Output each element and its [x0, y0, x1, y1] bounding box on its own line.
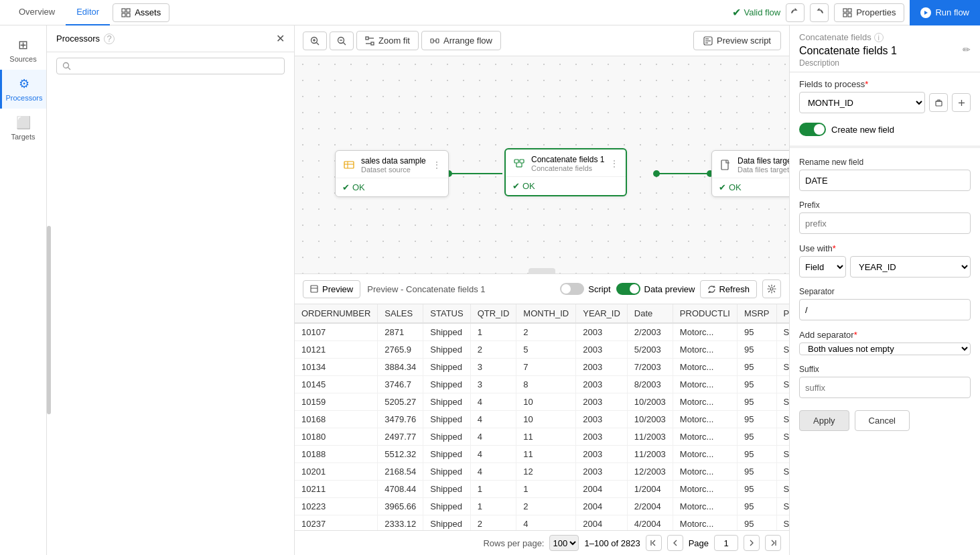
rows-per-page-select[interactable]: 100 50 200	[549, 535, 579, 551]
svg-rect-25	[366, 37, 368, 40]
rp-description-label: Description	[799, 58, 971, 68]
create-new-field-toggle[interactable]	[799, 123, 826, 136]
svg-rect-4	[843, 9, 847, 12]
table-cell: 10/2003	[627, 393, 673, 411]
zoom-out-button[interactable]	[330, 32, 354, 50]
redo-button[interactable]	[810, 3, 829, 22]
sidebar-item-targets[interactable]: ⬜ Targets	[0, 109, 46, 147]
table-cell: S10_1678	[776, 463, 789, 481]
target-node-status: ✔ OK	[712, 178, 789, 196]
sidebar-item-processors[interactable]: ⚙ Processors	[0, 70, 46, 109]
run-flow-label: Run flow	[935, 7, 969, 17]
scroll-track[interactable]	[47, 85, 51, 555]
table-cell: 5205.27	[378, 393, 423, 411]
panel-title: Processors ?	[56, 34, 115, 44]
source-node-status: ✔ OK	[336, 178, 448, 196]
source-node[interactable]: sales data sample Dataset source ⋮ ✔ OK	[335, 150, 449, 197]
add-separator-select[interactable]: Both values not empty Always Never	[799, 343, 971, 355]
col-productc: PRODUCTC	[776, 304, 789, 323]
zoom-fit-button[interactable]: Zoom fit	[356, 31, 419, 50]
table-row: 101802497.77Shipped411200311/2003Motorc.…	[295, 428, 789, 446]
targets-icon: ⬜	[16, 115, 31, 130]
run-flow-button[interactable]: Run flow	[910, 0, 980, 25]
zoom-out-icon	[337, 36, 346, 46]
settings-button[interactable]	[762, 280, 781, 298]
preview-script-button[interactable]: Preview script	[693, 31, 781, 50]
data-preview-toggle[interactable]	[616, 283, 640, 295]
page-input[interactable]	[714, 535, 738, 551]
use-with-value-select[interactable]: YEAR_ID MONTH_ID	[850, 256, 971, 278]
proc-node[interactable]: Concatenate fields 1 Concatenate fields …	[504, 148, 627, 196]
table-row: 102372333.12Shipped2420044/2004Motorc...…	[295, 515, 789, 531]
table-cell: 10223	[295, 498, 378, 515]
group-header-collapsed[interactable]: ▼ ⋮⋮	[47, 82, 294, 85]
table-cell: 3479.76	[378, 411, 423, 428]
collapse-handle[interactable]	[529, 268, 555, 273]
table-cell: 3965.66	[378, 498, 423, 515]
target-node[interactable]: Data files target 1 Data files target ⋮ …	[711, 150, 789, 197]
tab-overview[interactable]: Overview	[8, 0, 66, 25]
table-cell: S10_1678	[776, 428, 789, 446]
create-toggle-thumb	[814, 124, 825, 135]
refresh-button[interactable]: Refresh	[700, 280, 757, 298]
preview-panel: Preview Preview - Concatenate fields 1 S…	[295, 273, 789, 555]
separator-input[interactable]	[799, 299, 971, 320]
table-cell: 2003	[576, 463, 628, 481]
table-cell: 3	[470, 359, 516, 376]
processors-icon: ⚙	[19, 76, 29, 91]
table-cell: 3	[470, 376, 516, 393]
table-cell: 1	[516, 481, 576, 498]
undo-button[interactable]	[786, 3, 804, 22]
create-new-field-field: Create new field	[799, 123, 971, 136]
table-cell: 4	[516, 515, 576, 531]
sidebar-item-sources[interactable]: ⊞ Sources	[0, 31, 46, 70]
proc-node-menu[interactable]: ⋮	[610, 158, 619, 169]
use-with-type-select[interactable]: Field Value	[799, 256, 846, 278]
arrange-flow-button[interactable]: Arrange flow	[421, 31, 501, 50]
cancel-button[interactable]: Cancel	[855, 410, 910, 431]
tab-editor[interactable]: Editor	[66, 0, 110, 25]
panel-header: Processors ? ✕	[47, 25, 294, 52]
delete-field-button[interactable]	[929, 93, 948, 112]
preview-tab-button[interactable]: Preview	[303, 280, 360, 298]
table-cell: 2	[470, 341, 516, 359]
scroll-thumb	[47, 226, 51, 414]
suffix-input[interactable]	[799, 377, 971, 398]
prefix-input[interactable]	[799, 212, 971, 234]
fields-to-process-select[interactable]: MONTH_ID	[799, 92, 925, 113]
table-cell: 4	[470, 411, 516, 428]
table-cell: 2003	[576, 411, 628, 428]
last-page-button[interactable]	[765, 535, 781, 551]
prev-page-button[interactable]	[667, 535, 683, 551]
proc-node-icon	[512, 157, 526, 170]
source-node-menu[interactable]: ⋮	[432, 160, 441, 170]
flow-canvas[interactable]: sales data sample Dataset source ⋮ ✔ OK	[295, 56, 789, 273]
add-field-button[interactable]	[952, 93, 971, 112]
table-cell: 4/2004	[627, 515, 673, 531]
svg-rect-5	[848, 9, 851, 12]
canvas-container: Zoom fit Arrange flow	[295, 25, 789, 555]
rp-edit-icon[interactable]: ✏	[963, 44, 971, 55]
zoom-in-button[interactable]	[303, 32, 327, 50]
table-cell: 4708.44	[378, 481, 423, 498]
search-input[interactable]	[75, 61, 279, 71]
tab-assets[interactable]: Assets	[113, 3, 169, 22]
rename-new-field-input[interactable]	[799, 170, 971, 191]
valid-icon: ✔	[732, 6, 741, 19]
source-node-icon	[342, 158, 356, 172]
minimize-button[interactable]: ✕	[276, 32, 285, 45]
col-monthid: MONTH_ID	[516, 304, 576, 323]
table-row: 101343884.34Shipped3720037/2003Motorc...…	[295, 359, 789, 376]
svg-rect-57	[936, 101, 942, 106]
table-cell: S10_1678	[776, 376, 789, 393]
first-page-button[interactable]	[646, 535, 662, 551]
apply-button[interactable]: Apply	[799, 410, 849, 431]
table-cell: 2168.54	[378, 463, 423, 481]
table-row: 101595205.27Shipped410200310/2003Motorc.…	[295, 393, 789, 411]
table-cell: S10_1678	[776, 411, 789, 428]
script-toggle[interactable]	[560, 283, 584, 295]
properties-button[interactable]: Properties	[834, 3, 904, 22]
table-cell: 8/2003	[627, 376, 673, 393]
next-page-button[interactable]	[744, 535, 760, 551]
source-ok-icon: ✔	[342, 182, 350, 192]
